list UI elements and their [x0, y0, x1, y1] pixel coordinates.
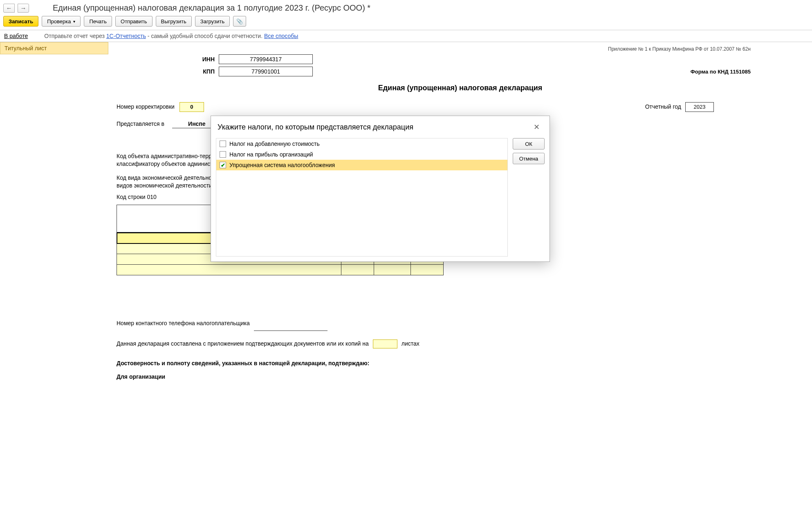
inn-label: ИНН	[117, 56, 219, 63]
nav-back-button[interactable]: ←	[3, 4, 15, 13]
status-message: Отправьте отчет через 1С-Отчетность - са…	[44, 33, 298, 39]
status-msg-mid: - самый удобный способ сдачи отчетности.	[148, 33, 264, 39]
dialog-ok-button[interactable]: ОК	[513, 138, 545, 150]
paperclip-icon: 📎	[236, 18, 243, 25]
option-label: Налог на добавленную стоимость	[229, 141, 320, 147]
checkbox-icon[interactable]	[220, 151, 226, 158]
inn-field[interactable]: 7799944317	[219, 54, 313, 64]
option-profit-tax[interactable]: Налог на прибыль организаций	[216, 149, 507, 160]
year-label: Отчетный год	[645, 103, 681, 111]
attach-button[interactable]: 📎	[233, 16, 246, 27]
dialog-cancel-button[interactable]: Отмена	[513, 153, 545, 164]
import-button[interactable]: Загрузить	[195, 16, 230, 27]
check-button[interactable]: Проверка▾	[42, 16, 81, 27]
close-icon: ✕	[534, 123, 540, 131]
check-label: Проверка	[47, 18, 71, 25]
appendix-note: Приложение № 1 к Приказу Минфина РФ от 1…	[117, 46, 804, 52]
phone-field[interactable]	[254, 323, 327, 331]
confirm-text: Достоверность и полноту сведений, указан…	[117, 359, 804, 368]
checkbox-checked-icon[interactable]: ✔	[220, 162, 226, 168]
present-label: Представляется в	[117, 121, 164, 127]
sidebar-item-title-page[interactable]: Титульный лист	[0, 42, 108, 54]
docs-post-label: листах	[402, 340, 419, 348]
all-methods-link[interactable]: Все способы	[264, 33, 298, 39]
page-title: Единая (упрощенная) налоговая декларация…	[53, 3, 370, 13]
dialog-options-list: Налог на добавленную стоимость Налог на …	[216, 138, 508, 257]
status-msg-pre: Отправьте отчет через	[44, 33, 106, 39]
phone-label: Номер контактного телефона налогоплатель…	[117, 319, 250, 328]
save-button[interactable]: Записать	[3, 16, 38, 27]
export-button[interactable]: Выгрузить	[156, 16, 192, 27]
docs-pre-label: Данная декларация составлена с приложени…	[117, 340, 369, 348]
option-vat[interactable]: Налог на добавленную стоимость	[216, 138, 507, 149]
nav-forward-button[interactable]: →	[18, 4, 29, 13]
correction-field[interactable]: 0	[179, 102, 204, 112]
select-taxes-dialog: Укажите налоги, по которым представляетс…	[211, 116, 550, 262]
kpp-label: КПП	[117, 68, 219, 75]
dialog-title: Укажите налоги, по которым представляетс…	[218, 123, 413, 132]
option-usn[interactable]: ✔ Упрощенная система налогообложения	[216, 160, 507, 170]
option-label: Налог на прибыль организаций	[229, 151, 313, 158]
option-label: Упрощенная система налогообложения	[229, 162, 335, 168]
print-button[interactable]: Печать	[84, 16, 112, 27]
form-heading: Единая (упрощенная) налоговая декларация	[117, 84, 804, 92]
table-row[interactable]	[117, 265, 444, 275]
correction-label: Номер корректировки	[117, 103, 175, 111]
docs-count-field[interactable]	[373, 339, 397, 348]
checkbox-icon[interactable]	[220, 141, 226, 147]
send-button[interactable]: Отправить	[115, 16, 152, 27]
for-org-text: Для организации	[117, 373, 804, 381]
dialog-close-button[interactable]: ✕	[530, 121, 543, 133]
year-field[interactable]: 2023	[685, 102, 714, 112]
knd-code: Форма по КНД 1151085	[691, 69, 751, 75]
status-link[interactable]: В работе	[4, 33, 28, 39]
reporting-link[interactable]: 1С-Отчетность	[106, 33, 146, 39]
kpp-field[interactable]: 779901001	[219, 67, 313, 76]
chevron-down-icon: ▾	[73, 19, 75, 24]
